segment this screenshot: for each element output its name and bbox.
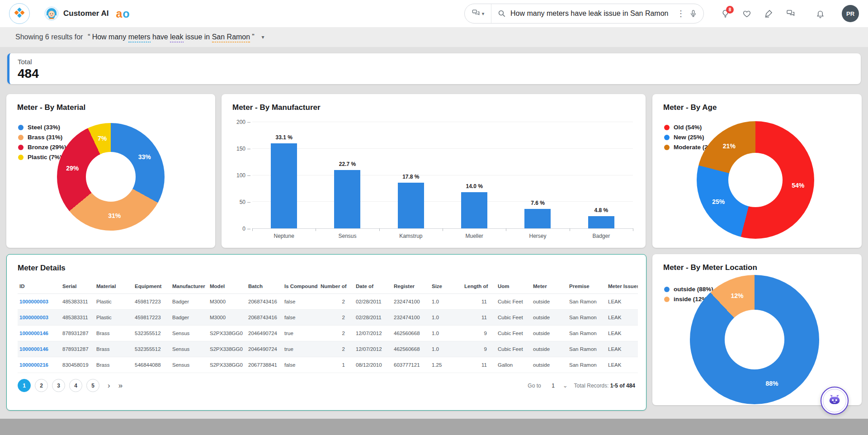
table-cell: 1.0 xyxy=(430,341,462,357)
grid-logo-button[interactable] xyxy=(9,3,30,24)
table-cell: true xyxy=(283,341,319,357)
table-cell: 2 xyxy=(319,294,354,310)
table-cell: false xyxy=(283,310,319,326)
legend-dot xyxy=(664,135,670,140)
table-cell: Cubic Feet xyxy=(496,310,531,326)
card-by-manufacturer: Meter - By Manufacturer 050100150200 33.… xyxy=(222,94,646,248)
page-button-2[interactable]: 2 xyxy=(35,379,48,392)
search-input[interactable]: How many meters have leak issue in San R… xyxy=(510,9,672,18)
table-cell: outside xyxy=(531,341,567,357)
column-header: Size xyxy=(430,281,462,294)
slice-label: 33% xyxy=(138,153,151,161)
x-category-label: Badger xyxy=(570,233,633,239)
bar-value-label: 4.8 % xyxy=(594,207,608,213)
table-cell: 878931287 xyxy=(61,326,94,341)
manufacturer-bar-chart: 050100150200 33.1 %22.7 %17.8 %14.0 %7.6… xyxy=(232,122,633,239)
goto-caret-icon[interactable]: ⌄ xyxy=(563,382,568,389)
slice-label: 12% xyxy=(731,292,744,299)
donut-hole xyxy=(728,153,783,207)
column-header: Batch xyxy=(246,281,283,294)
comments-button[interactable] xyxy=(786,9,795,18)
age-donut-chart: 54%25%21% xyxy=(697,121,814,239)
legend-item: Bronze (29%) xyxy=(18,144,66,151)
table-cell: 830458019 xyxy=(61,357,94,373)
assistant-robot-button[interactable] xyxy=(821,387,849,415)
query-text: How many meters have leak issue in San R… xyxy=(92,33,250,41)
slice-label: 29% xyxy=(66,165,79,172)
insights-bulb-button[interactable]: 8 xyxy=(721,9,730,19)
legend-dot xyxy=(664,287,670,292)
table-cell: Sensus xyxy=(170,341,208,357)
favorites-heart-button[interactable] xyxy=(742,9,751,18)
table-row: 1000000216830458019Brass546844088SensusS… xyxy=(18,357,638,373)
bar-slot: 4.8 % xyxy=(570,122,633,228)
table-cell: 462560668 xyxy=(392,326,430,341)
slice-label: 54% xyxy=(792,182,804,189)
slice-label: 88% xyxy=(765,380,778,387)
legend-label: outside (88%) xyxy=(674,286,713,293)
annotate-pen-button[interactable] xyxy=(764,9,773,18)
legend-item: Steel (33%) xyxy=(18,124,66,131)
table-cell: 9 xyxy=(462,341,496,357)
bar-y-axis: 050100150200 xyxy=(232,122,252,229)
chat-mode-dropdown[interactable]: ▾ xyxy=(465,4,491,23)
column-header: Manufacturer xyxy=(170,281,208,294)
column-header: Premise xyxy=(567,281,606,294)
column-header: Register xyxy=(392,281,430,294)
legend-dot xyxy=(664,125,670,130)
bar-plot: 33.1 %22.7 %17.8 %14.0 %7.6 %4.8 % xyxy=(252,122,633,229)
slice-label: 31% xyxy=(108,212,121,219)
y-tick-label: 200 xyxy=(236,119,250,125)
query-word: issue in xyxy=(184,33,212,42)
bar-value-label: 7.6 % xyxy=(531,200,545,206)
meter-id-link[interactable]: 1000000216 xyxy=(18,357,61,373)
goto-label: Go to xyxy=(528,383,541,389)
legend-label: Plastic (7%) xyxy=(28,154,62,161)
card-title: Meter - By Meter Location xyxy=(663,263,851,272)
microphone-icon[interactable] xyxy=(689,9,697,18)
user-avatar[interactable]: PR xyxy=(842,5,859,22)
meter-id-link[interactable]: 1000000003 xyxy=(18,294,61,310)
table-cell: false xyxy=(283,294,319,310)
x-tick xyxy=(570,228,570,231)
search-options-kebab-icon[interactable]: ⋮ xyxy=(672,9,689,19)
table-cell: LEAK xyxy=(606,341,638,357)
meter-id-link[interactable]: 1000000146 xyxy=(18,341,61,357)
legend-dot xyxy=(18,155,24,160)
bar-slot: 17.8 % xyxy=(379,122,443,228)
table-row: 1000000003485383311Plastic459817223Badge… xyxy=(18,310,638,326)
next-page-button[interactable]: › xyxy=(108,381,110,390)
table-cell: true xyxy=(283,326,319,341)
table-cell: Plastic xyxy=(94,310,133,326)
page-button-4[interactable]: 4 xyxy=(69,379,82,392)
page-button-5[interactable]: 5 xyxy=(86,379,99,392)
table-cell: S2PX338GG0 xyxy=(208,326,246,341)
last-page-button[interactable]: » xyxy=(118,381,123,390)
meter-id-link[interactable]: 1000000003 xyxy=(18,310,61,326)
slice-label: 21% xyxy=(723,142,736,150)
x-category-label: Kamstrup xyxy=(379,233,443,239)
table-cell: 532355512 xyxy=(133,341,170,357)
table-cell: Sensus xyxy=(170,357,208,373)
page-button-1[interactable]: 1 xyxy=(18,379,31,392)
table-cell: 232474100 xyxy=(392,310,430,326)
column-header: Number of xyxy=(319,281,354,294)
table-cell: LEAK xyxy=(606,310,638,326)
x-tick xyxy=(443,228,443,231)
notifications-bell-button[interactable] xyxy=(816,9,825,19)
page-button-3[interactable]: 3 xyxy=(52,379,65,392)
total-records-value: 1-5 of 484 xyxy=(610,383,635,389)
x-tick xyxy=(379,228,380,231)
meter-id-link[interactable]: 1000000146 xyxy=(18,326,61,341)
results-dropdown-caret[interactable]: ▾ xyxy=(261,34,264,40)
assistant-avatar-icon xyxy=(44,6,59,21)
column-header: Date of xyxy=(354,281,392,294)
x-tick xyxy=(316,228,316,231)
goto-page-select[interactable]: 1 xyxy=(547,383,559,389)
material-donut-chart: 33%31%29%7% xyxy=(57,123,165,231)
bar: 17.8 % xyxy=(398,183,424,228)
query-word: How many xyxy=(92,33,128,42)
table-cell: Plastic xyxy=(94,294,133,310)
table-cell: 2 xyxy=(319,341,354,357)
footer-bar xyxy=(0,419,868,435)
